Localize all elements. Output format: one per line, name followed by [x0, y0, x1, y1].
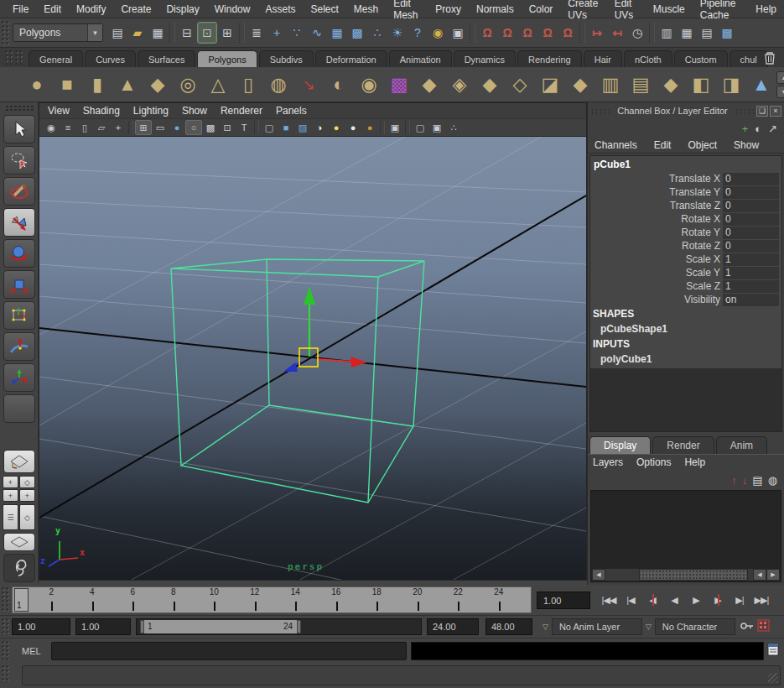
menu-item[interactable]: Assets [257, 1, 303, 18]
create-layer-from-selected-icon[interactable]: ◍ [768, 474, 777, 487]
panel-menu-item[interactable]: Panels [276, 104, 315, 117]
shelf-grip[interactable] [14, 50, 23, 65]
separator[interactable] [405, 121, 410, 134]
menu-item[interactable]: Create [113, 1, 158, 18]
frame-tick[interactable]: 12 [235, 587, 276, 612]
trash-icon[interactable] [762, 50, 777, 65]
attribute-value-field[interactable]: 0 [723, 173, 779, 185]
panel-menu-item[interactable]: Lighting [133, 104, 177, 117]
attribute-value-field[interactable]: 0 [723, 213, 779, 226]
shelf-grip[interactable] [4, 50, 13, 65]
close-icon[interactable]: × [770, 106, 781, 117]
snap-to-view-planes-icon[interactable]: Ω [537, 22, 558, 44]
attribute-value-field[interactable]: 0 [723, 227, 779, 239]
range-slider-grip[interactable] [1, 618, 9, 636]
set-key-icon[interactable] [740, 621, 754, 633]
attribute-value-field[interactable]: 1 [723, 280, 779, 293]
lasso-tool-button[interactable] [3, 146, 35, 175]
node-name[interactable]: pCube1 [590, 156, 781, 172]
poly-torus-icon[interactable]: ◎ [173, 70, 203, 100]
playhead[interactable]: 1 [14, 588, 29, 612]
render-settings-icon[interactable]: ▩ [717, 22, 737, 44]
attribute-value-field[interactable]: 0 [723, 240, 779, 253]
separator[interactable] [649, 23, 655, 43]
frame-tick[interactable]: 8 [153, 587, 195, 612]
select-rendering-mask-icon[interactable]: ☀ [387, 22, 408, 44]
create-empty-layer-icon[interactable]: ▤ [752, 474, 762, 487]
ipr-render-icon[interactable]: ▤ [697, 22, 717, 44]
step-forward-key-button[interactable]: ▶ [708, 591, 728, 609]
shelf-tab[interactable]: Subdivs [259, 50, 314, 67]
speed-slow-icon[interactable]: + [742, 122, 749, 135]
select-dynamics-mask-icon[interactable]: ∴ [367, 22, 387, 44]
poly-cone-icon[interactable]: ▲ [112, 70, 143, 100]
layer-editor-tab[interactable]: Anim [716, 436, 767, 454]
status-line-grip[interactable] [1, 20, 9, 45]
menu-item[interactable]: Color [522, 1, 561, 18]
step-forward-frame-button[interactable]: ▶| [729, 591, 750, 609]
menu-item[interactable]: Help [748, 1, 784, 18]
poly-pyramid-icon[interactable]: △ [203, 70, 233, 100]
shelf-tab[interactable]: Dynamics [454, 50, 516, 67]
frame-tick[interactable]: 22 [438, 587, 479, 612]
viewport-canvas[interactable]: y x z persp [39, 137, 586, 580]
wireframe-mode-icon[interactable]: ▢ [261, 120, 278, 135]
xray-icon[interactable]: ▣ [428, 120, 445, 135]
frame-tick[interactable]: 2 [31, 587, 72, 612]
attribute-label[interactable]: Scale X [590, 253, 723, 265]
textured-mode-icon[interactable]: ▨ [294, 120, 311, 135]
menu-item[interactable]: Display [158, 1, 206, 18]
shader-network-icon[interactable]: ∴ [445, 120, 462, 135]
attribute-label[interactable]: Visibility [590, 294, 723, 305]
three-pane-layout-button[interactable]: + [19, 489, 35, 502]
chevron-down-icon[interactable]: ▼ [87, 24, 102, 41]
merge-vertices-icon[interactable]: ◧ [686, 70, 716, 100]
frame-tick[interactable]: 20 [397, 587, 439, 612]
rotate-tool-button[interactable] [3, 239, 35, 268]
go-to-start-button[interactable]: |◀◀ [599, 591, 619, 609]
attribute-value-field[interactable]: 0 [723, 186, 779, 199]
menu-item[interactable]: Normals [469, 1, 522, 18]
save-scene-icon[interactable]: ▦ [148, 22, 168, 44]
gate-mask-icon[interactable]: ○ [185, 120, 202, 135]
separator[interactable] [579, 23, 585, 43]
range-end-handle[interactable] [297, 620, 301, 633]
toolbox-grip[interactable] [5, 105, 34, 112]
input-connections-icon[interactable]: ↦ [587, 22, 607, 44]
resolution-gate-icon[interactable]: ● [169, 120, 185, 135]
select-by-object-icon[interactable]: ⊡ [197, 22, 217, 44]
command-line-mode-label[interactable]: MEL [22, 646, 41, 656]
go-to-end-button[interactable]: ▶▶| [751, 591, 771, 609]
menu-set-dropdown[interactable]: Polygons ▼ [13, 23, 103, 42]
move-layer-down-icon[interactable]: ↓ [742, 474, 748, 487]
split-polygon-icon[interactable]: ◨ [716, 70, 746, 100]
layer-editor-menu-item[interactable]: Options [636, 456, 671, 468]
playback-end-field[interactable]: 24.00 [427, 618, 479, 635]
menu-item[interactable]: Modify [69, 1, 113, 18]
poly-plane-icon[interactable]: ◆ [143, 70, 173, 100]
poly-cylinder-icon[interactable]: ▮ [82, 70, 112, 100]
time-ruler[interactable]: 2 4 6 8 [12, 586, 532, 613]
extrude-icon[interactable]: ◈ [444, 70, 475, 100]
channel-box-titlebar[interactable]: Channel Box / Layer Editor ❏ × [588, 102, 784, 119]
channel-box-list[interactable]: pCube1 Translate X 0 Translate Y 0 [589, 155, 782, 432]
snap-to-grids-icon[interactable]: Ω [477, 22, 497, 44]
menu-item[interactable]: Proxy [428, 1, 469, 18]
show-manipulator-tool-button[interactable] [3, 363, 35, 392]
menu-item[interactable]: Muscle [646, 1, 693, 18]
snap-to-points-icon[interactable]: Ω [517, 22, 537, 44]
selection-masks-icon[interactable]: ≣ [247, 22, 267, 44]
pan-zoom-icon[interactable]: + [110, 120, 127, 135]
attribute-value-field[interactable]: 1 [723, 253, 779, 266]
panel-menu-item[interactable]: View [48, 104, 78, 117]
outliner-persp-layout-button[interactable]: ☰ [3, 504, 18, 530]
layer-list[interactable]: ◀ ◀ ▶ [590, 490, 781, 582]
multi-cut-icon[interactable]: ◆ [565, 70, 595, 100]
playback-range-bar[interactable]: 1 24 [140, 620, 301, 633]
menu-item[interactable]: Edit [36, 1, 69, 18]
shelf-tab[interactable]: Surfaces [138, 50, 195, 67]
field-chart-icon[interactable]: ▩ [202, 120, 219, 135]
step-back-frame-button[interactable]: |◀ [620, 591, 641, 609]
scrollbar-thumb[interactable] [639, 569, 748, 581]
textured-ball-icon[interactable]: ● [361, 120, 378, 135]
